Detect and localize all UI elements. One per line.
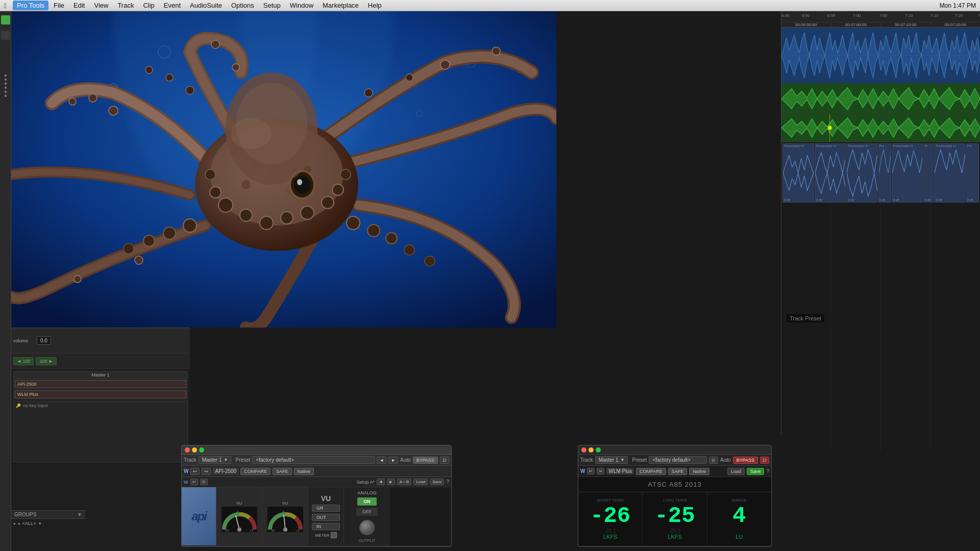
- analog-off[interactable]: OFF: [356, 508, 378, 516]
- bypass-btn-wlm[interactable]: BYPASS: [733, 457, 758, 464]
- menu-help[interactable]: Help: [364, 1, 386, 10]
- fader-display[interactable]: 0.0: [37, 336, 51, 345]
- channel-insert-1[interactable]: API-2500: [15, 380, 186, 388]
- wlm-circle-btn[interactable]: ⊙: [709, 457, 718, 464]
- menu-track[interactable]: Track: [113, 1, 138, 10]
- menu-clip[interactable]: Clip: [139, 1, 158, 10]
- in-btn[interactable]: IN: [312, 523, 340, 530]
- menu-audiosuite[interactable]: AudioSuite: [186, 1, 226, 10]
- svg-point-33: [218, 198, 233, 212]
- menu-event[interactable]: Event: [160, 1, 185, 10]
- svg-point-11: [492, 47, 500, 55]
- fader-right[interactable]: 100 ►: [36, 357, 56, 365]
- all-label[interactable]: <ALL>: [22, 521, 36, 526]
- compare-btn-wlm[interactable]: COMPARE: [636, 468, 666, 475]
- svg-point-35: [260, 216, 273, 230]
- analog-on[interactable]: ON: [357, 497, 377, 506]
- load-btn-api[interactable]: Load: [413, 479, 428, 485]
- short-term-unit: LKFS: [603, 534, 618, 540]
- load-btn-wlm[interactable]: Load: [727, 468, 745, 475]
- timeline-grid: [781, 204, 980, 451]
- close-btn-wlm[interactable]: [581, 447, 586, 453]
- maximize-api[interactable]: ⊡: [440, 457, 449, 464]
- wlm-title-row: ATSC A85 2013: [578, 477, 771, 492]
- wlm-nav-prev[interactable]: ↩: [587, 468, 595, 474]
- wlm-title: ATSC A85 2013: [648, 481, 701, 488]
- nav-prev-api[interactable]: ↩: [190, 468, 200, 475]
- native-btn-api[interactable]: Native: [294, 468, 314, 475]
- out-btn[interactable]: OUT: [312, 514, 340, 521]
- menu-edit[interactable]: Edit: [69, 1, 89, 10]
- waveform-track-green2: [781, 114, 980, 142]
- svg-point-14: [211, 40, 219, 48]
- menu-file[interactable]: File: [50, 1, 68, 10]
- minimize-btn-api[interactable]: [192, 447, 197, 453]
- time-marker-9: 7:25: [978, 13, 980, 18]
- toolbar-green-btn[interactable]: [1, 15, 10, 24]
- menu-pro-tools[interactable]: Pro Tools: [13, 1, 48, 10]
- safe-btn-api[interactable]: SAFE: [273, 468, 292, 475]
- api-logo: api: [191, 509, 206, 523]
- traffic-lights-api: [185, 447, 204, 453]
- vol-fader-row: volume 0.0: [11, 328, 190, 354]
- ab-btn[interactable]: A↔B: [397, 479, 412, 485]
- track-dropdown-wlm[interactable]: Master 1 ▼: [595, 456, 628, 464]
- svg-point-50: [404, 245, 414, 255]
- range-section: RANGE 4 LU: [707, 492, 771, 545]
- menu-setup[interactable]: Setup: [259, 1, 285, 10]
- output-knob[interactable]: [359, 520, 375, 535]
- fader-left[interactable]: ◄ 100: [13, 357, 34, 365]
- native-btn-wlm[interactable]: Native: [689, 468, 709, 475]
- close-btn-api[interactable]: [185, 447, 190, 453]
- channel-insert-2[interactable]: WLM Plus: [15, 390, 186, 398]
- save-btn-api[interactable]: Save: [430, 479, 444, 485]
- analog-label: ANALOG: [357, 490, 377, 495]
- expand-btn-wlm[interactable]: [596, 447, 601, 453]
- svg-point-56: [237, 528, 241, 532]
- menu-marketplace[interactable]: Marketplace: [318, 1, 363, 10]
- preset-prev-api[interactable]: ◄: [377, 457, 386, 464]
- transport-btn-2[interactable]: ⊙: [200, 479, 208, 485]
- time-marker-3: 6:55: [827, 13, 836, 18]
- meter-toggle[interactable]: METER: [315, 532, 337, 538]
- minimize-btn-wlm[interactable]: [589, 447, 594, 453]
- video-container: [11, 11, 556, 328]
- toolbar-btn-1[interactable]: [1, 31, 10, 40]
- transport-btn-1[interactable]: ↩: [190, 479, 198, 485]
- preset-dropdown-api[interactable]: <factory default>: [252, 456, 375, 464]
- menu-right-items: Mon 1:47 PM: [940, 2, 976, 9]
- gr-btn[interactable]: GR: [312, 505, 340, 512]
- wlm-nav-row1: Track Master 1 ▼ Preset <factory default…: [578, 455, 771, 466]
- waveform-svg-blue: [781, 28, 980, 83]
- menu-view[interactable]: View: [90, 1, 112, 10]
- bypass-btn-api[interactable]: BYPASS: [413, 457, 438, 464]
- plugin-header-api: [182, 445, 451, 455]
- svg-rect-74: [815, 144, 846, 202]
- dot-1: [5, 74, 7, 77]
- expand-btn-api[interactable]: [199, 447, 204, 453]
- menu-window[interactable]: Window: [286, 1, 317, 10]
- nav-next-api[interactable]: ↪: [202, 468, 211, 475]
- groups-icon[interactable]: ▼: [77, 512, 82, 517]
- wlm-nav-next[interactable]: ↪: [597, 468, 604, 474]
- menu-options[interactable]: Options: [227, 1, 258, 10]
- max-btn-wlm[interactable]: ⊡: [760, 457, 769, 464]
- smpte-2: 00:07:00:00: [831, 22, 881, 27]
- apple-logo[interactable]: : [4, 2, 7, 10]
- setup-prev[interactable]: ◄: [377, 479, 385, 485]
- safe-btn-wlm[interactable]: SAFE: [668, 468, 688, 475]
- preset-dropdown-wlm[interactable]: <factory default>: [649, 456, 707, 464]
- save-btn-wlm[interactable]: Save: [747, 468, 765, 475]
- track-dropdown-api[interactable]: Master 1 ▼: [199, 456, 232, 464]
- time-marker-7: 7:15: [930, 13, 939, 18]
- wlm-help-icon[interactable]: ?: [766, 468, 769, 474]
- compare-btn-api[interactable]: COMPARE: [240, 468, 271, 475]
- setup-next[interactable]: ►: [387, 479, 395, 485]
- preset-next-api[interactable]: ►: [388, 457, 398, 464]
- long-term-section: LONG TERM -25 -25.3 LKFS: [643, 492, 707, 545]
- time-marker-2: 6:50: [802, 13, 810, 18]
- svg-point-18: [145, 66, 153, 73]
- mini-track-4: Pre 0 dB: [878, 143, 891, 203]
- long-term-sub: -25.3: [669, 528, 681, 534]
- short-term-value: -26: [590, 505, 630, 527]
